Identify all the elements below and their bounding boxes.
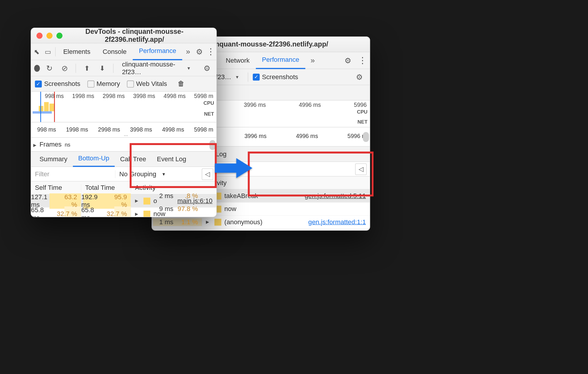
devtools-tabs: Elements Console Performance [31,43,216,60]
panel-tab-calltree[interactable]: Call Tree [115,151,151,167]
self-ms: 65.8 ms [31,206,54,217]
tab-elements[interactable]: Elements [57,43,96,60]
time-label: 4998 ms [162,126,184,133]
net-label: NET [357,119,367,125]
time-label: 3998 ms [133,92,155,99]
cpu-label: CPU [204,100,214,106]
check-icon [253,74,259,80]
minimize-icon[interactable] [46,32,53,39]
time-label: 4996 ms [299,101,321,108]
time-label: 5996 [354,101,367,108]
net-label: NET [204,111,214,117]
record-button[interactable] [34,65,40,72]
tab-performance[interactable]: Performance [133,43,182,60]
source-link[interactable]: gen.js:formatted:1:1 [308,218,366,226]
screenshots-label: Screenshots [44,80,80,88]
panel-settings-icon[interactable] [352,70,367,83]
settings-icon[interactable] [194,45,205,58]
options-row: Screenshots Memory Web Vitals [31,76,216,92]
upload-icon[interactable] [81,61,93,74]
scrollbar-thumb[interactable] [209,140,216,150]
trash-icon[interactable] [174,77,189,90]
disclosure-icon[interactable]: ▶ [206,220,211,225]
disclosure-icon[interactable]: ▶ [135,198,140,203]
activity-cell[interactable]: ▶ now [202,205,370,213]
color-swatch [144,210,150,217]
kebab-menu-icon[interactable] [355,54,370,67]
disclosure-icon[interactable] [33,141,38,148]
devtools-window-minified: DevTools - clinquant-mousse-2f2396.netli… [31,28,216,217]
color-swatch [214,219,221,225]
panel-tab-eventlog[interactable]: Event Log [151,151,191,167]
self-pct: 32.7 % [56,210,77,217]
total-pct: 97.8 % [176,205,198,213]
time-ruler[interactable]: 998 ms 1998 ms 2998 ms 3998 ms 4998 ms 5… [31,122,216,138]
more-tabs-icon[interactable] [182,45,194,58]
grouping-label[interactable]: No Grouping [119,170,156,178]
settings-icon[interactable] [341,54,355,67]
time-label: 3996 ms [244,101,266,108]
time-label: 1998 ms [66,126,88,133]
activity-name: (anonymous) [224,218,262,226]
nav-left-icon[interactable]: ◁ [202,168,213,180]
time-label: 2998 ms [103,92,125,99]
filter-input[interactable]: Filter [31,170,116,178]
activity-cell[interactable]: ▶ takeABreak gen.js:formatted:5:11 [202,192,370,200]
tab-console[interactable]: Console [96,43,133,60]
col-totaltime[interactable]: Total Time [81,184,131,192]
time-label: 5998 m [194,126,213,133]
panel-settings-icon[interactable] [201,61,213,74]
total-ms: 2 ms [159,192,173,200]
checkbox-icon [127,80,134,87]
screenshots-checkbox[interactable]: Screenshots [253,73,298,81]
webvitals-checkbox[interactable]: Web Vitals [127,80,167,88]
panel-tab-bottomup[interactable]: Bottom-Up [73,151,114,167]
recording-label: clinquant-mousse-2f23… [122,60,183,76]
disclosure-icon[interactable]: ▶ [135,212,140,217]
col-selftime[interactable]: Self Time [31,184,81,192]
kebab-menu-icon[interactable] [205,45,216,58]
time-label: 3996 ms [244,133,266,139]
screenshots-checkbox[interactable]: Screenshots [35,80,81,88]
tab-performance[interactable]: Performance [256,52,306,69]
tab-network[interactable]: Network [220,52,256,69]
source-link[interactable]: gen.js:formatted:5:11 [305,192,366,200]
activity-name: now [224,205,236,213]
traffic-lights [36,32,63,39]
total-pct: .8 % [176,192,198,200]
time-label: 2998 ms [98,126,120,133]
close-icon[interactable] [36,32,43,39]
download-icon[interactable] [96,61,109,74]
arrow-icon [215,157,253,182]
time-label: 4996 ms [296,133,318,139]
inspect-icon[interactable] [31,45,43,58]
col-activity[interactable]: Activity [131,184,216,192]
time-label: 1998 ms [72,92,94,99]
activity-cell[interactable]: ▶ (anonymous) gen.js:formatted:1:1 [202,218,370,226]
filter-bar: Filter No Grouping ▼ ◁ [31,167,216,182]
timeline-mini[interactable]: 998 ms 1998 ms 2998 ms 3998 ms 4998 ms 5… [31,92,216,122]
scrollbar-thumb[interactable] [363,132,369,142]
frames-row[interactable]: Frames ns [31,138,216,152]
total-pct: 32.7 % [106,210,127,217]
maximize-icon[interactable] [56,32,63,39]
cpu-bar [49,104,54,111]
time-label: 5998 m [194,92,213,99]
cpu-bar [44,102,49,111]
marker-line [54,92,55,122]
panel-tabs: Summary Bottom-Up Call Tree Event Log [31,152,216,167]
panel-tab-summary[interactable]: Summary [34,151,73,167]
clear-icon[interactable] [59,61,71,74]
recording-dropdown[interactable]: clinquant-mousse-2f23…▼ [118,59,195,77]
reload-record-icon[interactable] [43,61,56,74]
svg-marker-0 [215,158,252,178]
memory-checkbox[interactable]: Memory [87,80,120,88]
perf-toolbar: clinquant-mousse-2f23…▼ [31,60,216,77]
net-bar [33,111,52,114]
more-tabs-icon[interactable] [305,54,320,67]
color-swatch [144,197,150,204]
nav-left-icon[interactable]: ◁ [355,163,367,175]
device-toggle-icon[interactable] [42,45,54,58]
total-ms: 1 ms [159,218,173,226]
frames-label: Frames [39,141,61,148]
